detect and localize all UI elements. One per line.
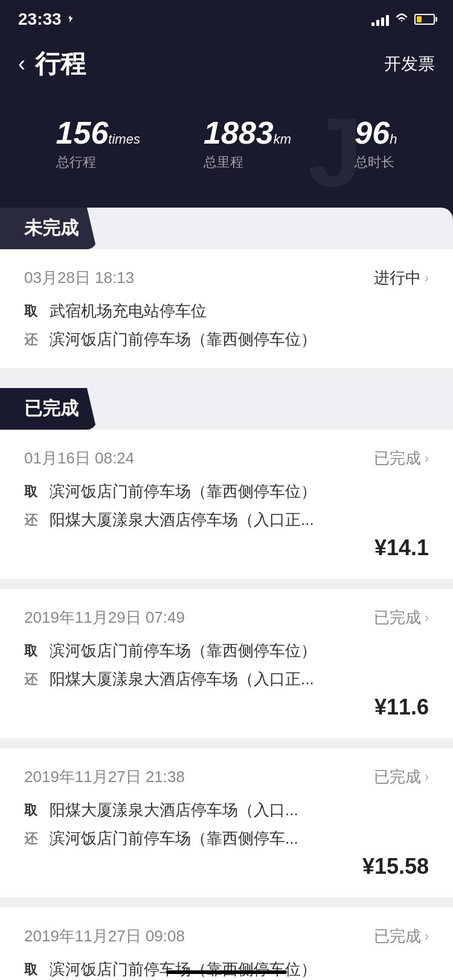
pickup-tag: 取 — [24, 961, 42, 979]
trip-price: ¥14.1 — [24, 535, 429, 561]
battery-icon — [414, 14, 435, 25]
stat-duration: 96h 总时长 — [355, 117, 397, 171]
location-icon — [65, 14, 75, 24]
chevron-right-icon: › — [425, 929, 429, 944]
chevron-right-icon: › — [425, 610, 429, 626]
distance-value: 1883 — [204, 115, 274, 150]
content-area: 未完成 03月28日 18:13 进行中 › 取 武宿机场充电站停车位 还 滨河… — [0, 208, 453, 980]
trip-route: 取 阳煤大厦漾泉大酒店停车场（入口... 还 滨河饭店门前停车场（靠西侧停车..… — [24, 800, 429, 849]
chevron-right-icon: › — [425, 769, 429, 785]
pickup-tag: 取 — [24, 801, 42, 819]
duration-value: 96 — [355, 115, 390, 150]
page-title: 行程 — [35, 47, 86, 81]
pickup-location: 滨河饭店门前停车场（靠西侧停车位） — [50, 640, 429, 661]
status-bar: 23:33 — [0, 0, 453, 35]
distance-label: 总里程 — [204, 153, 291, 171]
dropoff-tag: 还 — [24, 670, 42, 689]
dropoff-location: 阳煤大厦漾泉大酒店停车场（入口正... — [50, 509, 429, 530]
trip-route: 取 滨河饭店门前停车场（靠西侧停车位） 还 阳煤大厦漾泉大酒店停车场（入口正..… — [24, 959, 429, 980]
dropoff-location: 阳煤大厦漾泉大酒店停车场（入口正... — [50, 669, 429, 690]
dropoff-location: 滨河饭店门前停车场（靠西侧停车... — [50, 828, 429, 849]
incomplete-header: 未完成 — [0, 208, 97, 249]
trip-card-completed-3[interactable]: 2019年11月27日 09:08 已完成 › 取 滨河饭店门前停车场（靠西侧停… — [0, 908, 453, 980]
trip-price: ¥15.58 — [24, 854, 429, 879]
trip-card-completed-1[interactable]: 2019年11月29日 07:49 已完成 › 取 滨河饭店门前停车场（靠西侧停… — [0, 589, 453, 739]
back-button[interactable]: ‹ — [18, 51, 25, 77]
stats-section: 156times 总行程 1883km 总里程 96h 总时长 — [0, 99, 453, 208]
trip-header: 2019年11月27日 21:38 已完成 › — [24, 766, 429, 788]
trip-date: 2019年11月27日 09:08 — [24, 926, 185, 947]
distance-unit: km — [274, 132, 291, 147]
trip-card-incomplete[interactable]: 03月28日 18:13 进行中 › 取 武宿机场充电站停车位 还 滨河饭店门前… — [0, 249, 453, 369]
trip-card-completed-0[interactable]: 01月16日 08:24 已完成 › 取 滨河饭店门前停车场（靠西侧停车位） 还… — [0, 430, 453, 579]
trip-price: ¥11.6 — [24, 695, 429, 720]
status-icons — [371, 13, 435, 27]
completed-header: 已完成 — [0, 388, 97, 430]
pickup-tag: 取 — [24, 302, 42, 320]
trip-card-completed-2[interactable]: 2019年11月27日 21:38 已完成 › 取 阳煤大厦漾泉大酒店停车场（入… — [0, 748, 453, 898]
completed-section: 已完成 01月16日 08:24 已完成 › 取 滨河饭店门前停车场（靠西侧停车… — [0, 378, 453, 980]
incomplete-section: 未完成 03月28日 18:13 进行中 › 取 武宿机场充电站停车位 还 滨河… — [0, 208, 453, 378]
trip-header: 2019年11月29日 07:49 已完成 › — [24, 607, 429, 628]
pickup-location: 滨河饭店门前停车场（靠西侧停车位） — [50, 481, 429, 502]
header-left: ‹ 行程 — [18, 47, 86, 81]
trip-status: 已完成 › — [374, 926, 429, 947]
dropoff-tag: 还 — [24, 511, 42, 529]
home-indicator — [166, 970, 287, 974]
pickup-location: 阳煤大厦漾泉大酒店停车场（入口... — [50, 800, 429, 821]
trip-header: 03月28日 18:13 进行中 › — [24, 267, 429, 288]
trip-route: 取 滨河饭店门前停车场（靠西侧停车位） 还 阳煤大厦漾泉大酒店停车场（入口正..… — [24, 481, 429, 530]
pickup-tag: 取 — [24, 483, 42, 501]
dropoff-tag: 还 — [24, 830, 42, 848]
stat-distance: 1883km 总里程 — [204, 117, 291, 171]
trip-header: 2019年11月27日 09:08 已完成 › — [24, 926, 429, 947]
pickup-location: 滨河饭店门前停车场（靠西侧停车位） — [50, 959, 429, 980]
trip-route: 取 武宿机场充电站停车位 还 滨河饭店门前停车场（靠西侧停车位） — [24, 301, 429, 350]
trip-date: 2019年11月27日 21:38 — [24, 766, 185, 788]
dropoff-location: 滨河饭店门前停车场（靠西侧停车位） — [50, 329, 429, 350]
pickup-location: 武宿机场充电站停车位 — [50, 301, 429, 322]
trip-date: 03月28日 18:13 — [24, 267, 134, 288]
wifi-icon — [395, 13, 408, 27]
dropoff-tag: 还 — [24, 331, 42, 349]
trips-label: 总行程 — [56, 153, 140, 171]
trip-route: 取 滨河饭店门前停车场（靠西侧停车位） 还 阳煤大厦漾泉大酒店停车场（入口正..… — [24, 640, 429, 690]
pickup-tag: 取 — [24, 642, 42, 660]
trips-value: 156 — [56, 115, 109, 150]
trip-date: 2019年11月29日 07:49 — [24, 607, 185, 628]
chevron-right-icon: › — [425, 451, 429, 466]
chevron-right-icon: › — [425, 270, 429, 286]
status-time: 23:33 — [18, 10, 75, 29]
duration-unit: h — [390, 132, 397, 147]
trip-date: 01月16日 08:24 — [24, 448, 134, 469]
trips-unit: times — [108, 132, 140, 147]
trip-status: 已完成 › — [374, 766, 429, 788]
trip-status: 已完成 › — [374, 607, 429, 628]
trip-status: 已完成 › — [374, 448, 429, 469]
duration-label: 总时长 — [355, 153, 397, 171]
stat-trips: 156times 总行程 — [56, 117, 140, 171]
invoice-button[interactable]: 开发票 — [384, 52, 435, 75]
trip-header: 01月16日 08:24 已完成 › — [24, 448, 429, 469]
trip-status: 进行中 › — [374, 267, 429, 288]
header: ‹ 行程 开发票 — [0, 35, 453, 99]
signal-icon — [371, 13, 389, 26]
